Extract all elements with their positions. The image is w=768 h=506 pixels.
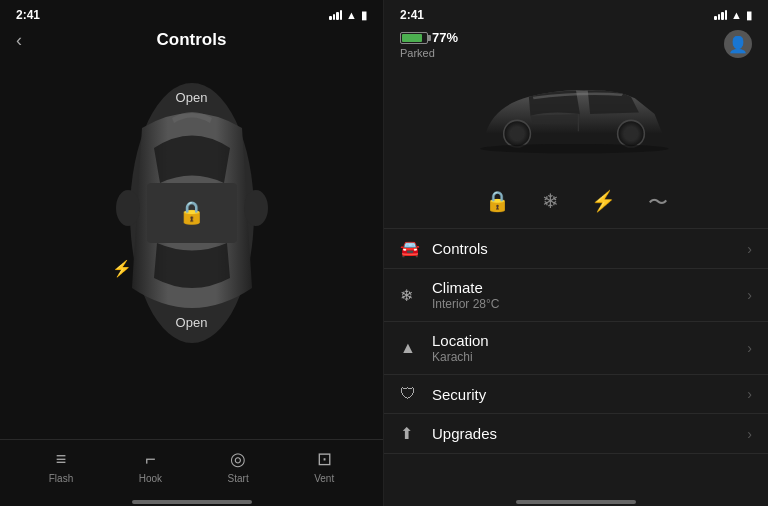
battery-bar bbox=[400, 32, 428, 44]
climate-chevron: › bbox=[747, 287, 752, 303]
security-content: Security bbox=[432, 386, 747, 403]
menu-item-climate[interactable]: ❄ Climate Interior 28°C › bbox=[384, 268, 768, 321]
menu-item-upgrades[interactable]: ⬆ Upgrades › bbox=[384, 413, 768, 454]
controls-chevron: › bbox=[747, 241, 752, 257]
quick-lock-icon[interactable]: 🔒 bbox=[485, 189, 510, 216]
right-status-icons: ▲ ▮ bbox=[714, 9, 752, 22]
start-label: Start bbox=[228, 473, 249, 484]
menu-item-controls[interactable]: 🚘 Controls › bbox=[384, 228, 768, 268]
flash-icon: ≡ bbox=[56, 449, 67, 470]
open-label-bottom[interactable]: Open bbox=[176, 315, 208, 330]
battery-info: 77% Parked bbox=[400, 30, 458, 59]
svg-point-9 bbox=[480, 144, 669, 153]
lock-icon[interactable]: 🔒 bbox=[178, 200, 205, 226]
climate-icon: ❄ bbox=[400, 286, 428, 305]
climate-content: Climate Interior 28°C bbox=[432, 279, 747, 311]
battery-percentage: 77% bbox=[400, 30, 458, 45]
climate-title: Climate bbox=[432, 279, 747, 296]
vent-icon: ⊡ bbox=[317, 448, 332, 470]
security-icon: 🛡 bbox=[400, 385, 428, 403]
svg-point-8 bbox=[625, 127, 638, 140]
climate-subtitle: Interior 28°C bbox=[432, 297, 747, 311]
vent-label: Vent bbox=[314, 473, 334, 484]
left-status-icons: ▲ ▮ bbox=[329, 9, 367, 22]
security-chevron: › bbox=[747, 386, 752, 402]
left-header: ‹ Controls bbox=[0, 26, 383, 58]
location-title: Location bbox=[432, 332, 747, 349]
home-indicator-left bbox=[132, 500, 252, 504]
left-time: 2:41 bbox=[16, 8, 40, 22]
back-button[interactable]: ‹ bbox=[16, 30, 22, 51]
car-top-view: Open bbox=[92, 68, 292, 358]
location-chevron: › bbox=[747, 340, 752, 356]
wifi-icon: ▲ bbox=[346, 9, 357, 21]
right-panel: 2:41 ▲ ▮ 77% Parked 👤 bbox=[384, 0, 768, 506]
home-indicator-right bbox=[516, 500, 636, 504]
upgrades-title: Upgrades bbox=[432, 425, 747, 442]
bottom-nav: ≡ Flash ⌐ Hook ◎ Start ⊡ Vent bbox=[0, 439, 383, 496]
location-icon: ▲ bbox=[400, 339, 428, 357]
location-content: Location Karachi bbox=[432, 332, 747, 364]
parked-status: Parked bbox=[400, 47, 458, 59]
profile-icon-shape: 👤 bbox=[728, 35, 748, 54]
security-title: Security bbox=[432, 386, 747, 403]
hook-label: Hook bbox=[139, 473, 162, 484]
right-time: 2:41 bbox=[400, 8, 424, 22]
nav-start[interactable]: ◎ Start bbox=[228, 448, 249, 484]
quick-charge-icon[interactable]: ⚡ bbox=[591, 189, 616, 216]
menu-item-security[interactable]: 🛡 Security › bbox=[384, 374, 768, 413]
quick-climate-icon[interactable]: ❄ bbox=[542, 189, 559, 216]
page-title: Controls bbox=[157, 30, 227, 50]
right-battery-icon: ▮ bbox=[746, 9, 752, 22]
profile-avatar[interactable]: 👤 bbox=[724, 30, 752, 58]
quick-icons-row: 🔒 ❄ ⚡ 〜 bbox=[384, 181, 768, 224]
start-icon: ◎ bbox=[230, 448, 246, 470]
nav-flash[interactable]: ≡ Flash bbox=[49, 449, 73, 484]
right-wifi-icon: ▲ bbox=[731, 9, 742, 21]
battery-icon: ▮ bbox=[361, 9, 367, 22]
hook-icon: ⌐ bbox=[145, 449, 156, 470]
quick-more-icon[interactable]: 〜 bbox=[648, 189, 668, 216]
nav-vent[interactable]: ⊡ Vent bbox=[314, 448, 334, 484]
upgrades-chevron: › bbox=[747, 426, 752, 442]
nav-hook[interactable]: ⌐ Hook bbox=[139, 449, 162, 484]
right-signal-icon bbox=[714, 10, 727, 20]
signal-icon bbox=[329, 10, 342, 20]
svg-point-3 bbox=[244, 190, 268, 226]
left-status-bar: 2:41 ▲ ▮ bbox=[0, 0, 383, 26]
upgrades-icon: ⬆ bbox=[400, 424, 428, 443]
car-side-view bbox=[466, 63, 686, 173]
menu-list: 🚘 Controls › ❄ Climate Interior 28°C › ▲… bbox=[384, 228, 768, 496]
right-header: 77% Parked 👤 bbox=[384, 26, 768, 63]
controls-title: Controls bbox=[432, 240, 747, 257]
open-label-top[interactable]: Open bbox=[176, 90, 208, 105]
flash-label: Flash bbox=[49, 473, 73, 484]
svg-point-2 bbox=[116, 190, 140, 226]
menu-item-location[interactable]: ▲ Location Karachi › bbox=[384, 321, 768, 374]
upgrades-content: Upgrades bbox=[432, 425, 747, 442]
lightning-icon: ⚡ bbox=[112, 259, 132, 278]
right-status-bar: 2:41 ▲ ▮ bbox=[384, 0, 768, 26]
location-subtitle: Karachi bbox=[432, 350, 747, 364]
svg-point-6 bbox=[511, 127, 524, 140]
controls-content: Controls bbox=[432, 240, 747, 257]
controls-icon: 🚘 bbox=[400, 239, 428, 258]
left-panel: 2:41 ▲ ▮ ‹ Controls Open bbox=[0, 0, 384, 506]
car-side-svg bbox=[466, 63, 686, 173]
battery-fill bbox=[402, 34, 422, 42]
